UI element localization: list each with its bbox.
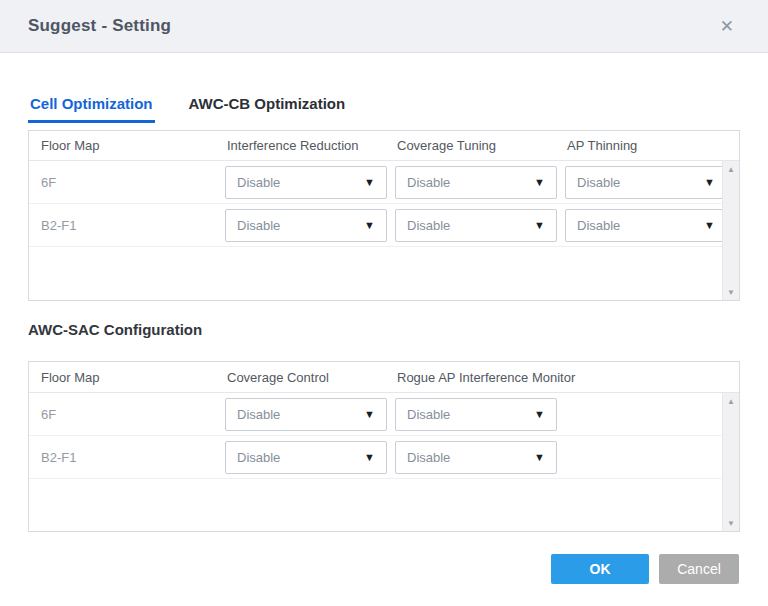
table-empty-area [29,479,739,531]
table-empty-area [29,247,739,300]
dropdown-value: Disable [407,175,450,190]
table-row: 6F Disable ▼ Disable ▼ [29,393,739,436]
dropdown-value: Disable [577,218,620,233]
chevron-down-icon: ▼ [364,177,375,188]
suggest-setting-dialog: Suggest - Setting ✕ Cell Optimization AW… [0,0,768,606]
table-scrollbar[interactable]: ▲ ▼ [722,393,739,531]
awc-sac-configuration-table: Floor Map Coverage Control Rogue AP Inte… [28,361,740,532]
chevron-down-icon: ▼ [364,452,375,463]
dropdown-value: Disable [237,407,280,422]
coverage-tuning-dropdown-6f[interactable]: Disable ▼ [395,166,557,199]
chevron-down-icon: ▼ [534,452,545,463]
scroll-up-icon[interactable]: ▲ [723,393,739,409]
table-row: B2-F1 Disable ▼ Disable ▼ [29,204,739,247]
ap-thinning-dropdown-b2f1[interactable]: Disable ▼ [565,209,727,242]
dialog-header: Suggest - Setting ✕ [0,0,768,53]
coverage-tuning-dropdown-b2f1[interactable]: Disable ▼ [395,209,557,242]
table-scrollbar[interactable]: ▲ ▼ [722,161,739,300]
dropdown-value: Disable [237,175,280,190]
cancel-button[interactable]: Cancel [659,554,739,584]
tab-bar: Cell Optimization AWC-CB Optimization [28,95,740,123]
table-header-row: Floor Map Interference Reduction Coverag… [29,131,739,161]
tab-awc-cb-optimization[interactable]: AWC-CB Optimization [187,95,348,123]
table-row: 6F Disable ▼ Disable ▼ [29,161,739,204]
dialog-title: Suggest - Setting [28,16,171,36]
table-row: B2-F1 Disable ▼ Disable ▼ [29,436,739,479]
scroll-down-icon[interactable]: ▼ [723,515,739,531]
chevron-down-icon: ▼ [704,220,715,231]
interference-reduction-dropdown-6f[interactable]: Disable ▼ [225,166,387,199]
dropdown-value: Disable [237,450,280,465]
scroll-up-icon[interactable]: ▲ [723,161,739,177]
awc-sac-configuration-heading: AWC-SAC Configuration [28,321,740,338]
chevron-down-icon: ▼ [364,409,375,420]
floor-map-label: B2-F1 [41,218,227,233]
dialog-body: Cell Optimization AWC-CB Optimization Fl… [0,95,768,584]
chevron-down-icon: ▼ [704,177,715,188]
interference-reduction-dropdown-b2f1[interactable]: Disable ▼ [225,209,387,242]
dropdown-value: Disable [577,175,620,190]
ok-button[interactable]: OK [551,554,649,584]
dialog-footer: OK Cancel [28,554,740,584]
scroll-down-icon[interactable]: ▼ [723,284,739,300]
column-header-floor-map: Floor Map [41,138,227,153]
tab-cell-optimization[interactable]: Cell Optimization [28,95,155,123]
chevron-down-icon: ▼ [534,220,545,231]
floor-map-label: 6F [41,175,227,190]
rogue-ap-monitor-dropdown-6f[interactable]: Disable ▼ [395,398,557,431]
table-body: 6F Disable ▼ Disable ▼ [29,161,739,300]
column-header-coverage-control: Coverage Control [227,370,397,385]
close-icon[interactable]: ✕ [714,14,740,39]
chevron-down-icon: ▼ [534,409,545,420]
dropdown-value: Disable [407,407,450,422]
dropdown-value: Disable [237,218,280,233]
dropdown-value: Disable [407,218,450,233]
column-header-rogue-ap-interference-monitor: Rogue AP Interference Monitor [397,370,739,385]
floor-map-label: 6F [41,407,227,422]
cell-optimization-table: Floor Map Interference Reduction Coverag… [28,130,740,301]
chevron-down-icon: ▼ [534,177,545,188]
table-body: 6F Disable ▼ Disable ▼ [29,393,739,531]
column-header-interference-reduction: Interference Reduction [227,138,397,153]
ap-thinning-dropdown-6f[interactable]: Disable ▼ [565,166,727,199]
rogue-ap-monitor-dropdown-b2f1[interactable]: Disable ▼ [395,441,557,474]
coverage-control-dropdown-b2f1[interactable]: Disable ▼ [225,441,387,474]
floor-map-label: B2-F1 [41,450,227,465]
coverage-control-dropdown-6f[interactable]: Disable ▼ [225,398,387,431]
table-header-row: Floor Map Coverage Control Rogue AP Inte… [29,362,739,393]
dropdown-value: Disable [407,450,450,465]
column-header-ap-thinning: AP Thinning [567,138,739,153]
column-header-floor-map: Floor Map [41,370,227,385]
column-header-coverage-tuning: Coverage Tuning [397,138,567,153]
chevron-down-icon: ▼ [364,220,375,231]
